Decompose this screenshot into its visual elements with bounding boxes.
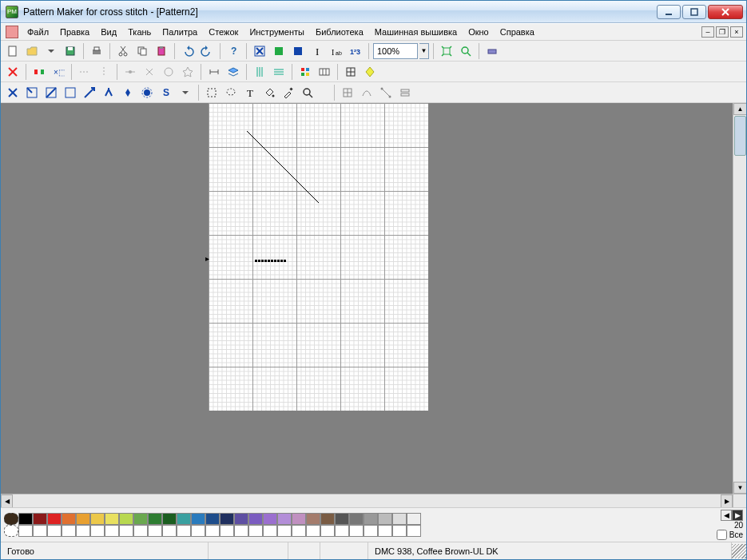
palette-swatch[interactable] — [335, 513, 349, 525]
palette-swatch[interactable] — [4, 513, 18, 525]
palette-swatch-empty[interactable] — [205, 525, 220, 537]
select-rect-tool[interactable] — [203, 84, 221, 101]
minimize-button[interactable] — [657, 5, 681, 19]
backstitch-diag-tool[interactable] — [42, 84, 60, 101]
palette-swatch-empty[interactable] — [162, 525, 177, 537]
palette-next[interactable]: ▶ — [732, 510, 743, 521]
palette-prev[interactable]: ◀ — [721, 510, 732, 521]
select-lasso-tool[interactable] — [222, 84, 240, 101]
zoom-actual-button[interactable] — [457, 42, 475, 60]
palette-swatch[interactable] — [105, 513, 119, 525]
mdi-close[interactable]: × — [730, 26, 743, 38]
palette-swatch-empty[interactable] — [148, 525, 162, 537]
vscroll-thumb[interactable] — [734, 116, 746, 156]
palette-swatch-empty[interactable] — [133, 525, 148, 537]
palette-swatch-empty[interactable] — [191, 525, 205, 537]
guide-v-button[interactable] — [95, 63, 113, 81]
menu-fabric[interactable]: Ткань — [122, 26, 157, 38]
new-button[interactable] — [4, 42, 22, 60]
palette-swatch[interactable] — [349, 513, 364, 525]
palette-swatch-empty[interactable] — [335, 525, 349, 537]
snap1-button[interactable] — [121, 63, 139, 81]
dim-button[interactable] — [205, 63, 223, 81]
close-button[interactable] — [708, 5, 743, 19]
palette-swatch-empty[interactable] — [33, 525, 47, 537]
zoom-tool[interactable] — [299, 84, 316, 101]
palette-swatch[interactable] — [392, 513, 407, 525]
palette-swatch[interactable] — [234, 513, 248, 525]
palette-swatch[interactable] — [162, 513, 177, 525]
zoom-input[interactable] — [373, 43, 418, 59]
grid-extra-tool[interactable] — [339, 84, 356, 101]
layers-extra-tool[interactable] — [396, 84, 414, 101]
palette-swatch[interactable] — [62, 513, 76, 525]
scroll-right-button[interactable]: ▶ — [721, 494, 733, 508]
palette-swatch[interactable] — [277, 513, 292, 525]
text-i-button[interactable]: I — [308, 42, 326, 60]
grid-h-button[interactable] — [270, 63, 288, 81]
clear-x-button[interactable] — [4, 63, 22, 81]
open-button[interactable] — [23, 42, 41, 60]
palette-swatch[interactable] — [292, 513, 306, 525]
text-tool[interactable]: T — [241, 84, 259, 101]
bead-tool[interactable] — [119, 84, 137, 101]
palette-swatch-empty[interactable] — [292, 525, 306, 537]
norm-button[interactable] — [483, 42, 501, 60]
palette-swatch-empty[interactable] — [76, 525, 90, 537]
diamond-button[interactable] — [361, 63, 379, 81]
palette-swatch[interactable] — [220, 513, 234, 525]
color-fg-button[interactable] — [270, 42, 288, 60]
layers-button[interactable] — [224, 63, 242, 81]
numbers-button[interactable]: 1²3 — [347, 42, 364, 60]
guide-h-button[interactable] — [76, 63, 93, 81]
palette-swatch-empty[interactable] — [263, 525, 277, 537]
canvas-viewport[interactable]: ▸ — [1, 103, 733, 494]
palette-swatch-empty[interactable] — [119, 525, 133, 537]
palette-swatch[interactable] — [119, 513, 133, 525]
zoom-dropdown[interactable]: ▼ — [419, 43, 429, 59]
palette-swatch[interactable] — [177, 513, 191, 525]
palette-swatch-empty[interactable] — [177, 525, 191, 537]
palette-swatch-empty[interactable] — [378, 525, 392, 537]
palette-swatch-empty[interactable] — [349, 525, 364, 537]
palette-all[interactable]: Все — [717, 530, 743, 540]
cross-stitch-tool[interactable] — [4, 84, 22, 101]
palette-swatch-empty[interactable] — [18, 525, 33, 537]
palette-swatch-empty[interactable] — [105, 525, 119, 537]
palette-swatch[interactable] — [306, 513, 320, 525]
palette-swatch[interactable] — [47, 513, 62, 525]
menu-view[interactable]: Вид — [95, 26, 122, 38]
eyedropper-tool[interactable] — [280, 84, 297, 101]
backstitch-tool[interactable] — [62, 84, 79, 101]
print-button[interactable] — [88, 42, 105, 60]
zoom-fit-button[interactable] — [438, 42, 455, 60]
palette-swatch[interactable] — [263, 513, 277, 525]
palette-swatch-empty[interactable] — [62, 525, 76, 537]
horizontal-scrollbar[interactable]: ◀ ▶ — [1, 494, 746, 507]
palette-swatch[interactable] — [205, 513, 220, 525]
copy-button[interactable] — [133, 42, 151, 60]
palette-swatch-empty[interactable] — [364, 525, 378, 537]
text-ins-button[interactable]: Iab — [328, 42, 345, 60]
scroll-down-button[interactable]: ▼ — [733, 482, 746, 494]
mdi-minimize[interactable]: – — [701, 26, 714, 38]
range-button[interactable] — [30, 63, 48, 81]
quarter-stitch-tool[interactable] — [81, 84, 98, 101]
half-stitch-tool[interactable] — [23, 84, 41, 101]
palette-swatch-empty[interactable] — [407, 525, 421, 537]
palette-swatch-empty[interactable] — [90, 525, 105, 537]
menu-library[interactable]: Библиотека — [310, 26, 369, 38]
menu-palette[interactable]: Палитра — [157, 26, 203, 38]
color-bg-button[interactable] — [289, 42, 307, 60]
vertical-scrollbar[interactable]: ▲ ▼ — [733, 103, 746, 494]
palette-swatch-empty[interactable] — [392, 525, 407, 537]
star-button[interactable] — [179, 63, 197, 81]
menu-stitch[interactable]: Стежок — [203, 26, 244, 38]
paste-button[interactable] — [153, 42, 170, 60]
palette-all-checkbox[interactable] — [717, 530, 727, 540]
path-extra-tool[interactable] — [377, 84, 395, 101]
palette-swatch-empty[interactable] — [234, 525, 248, 537]
palette-swatch-empty[interactable] — [220, 525, 234, 537]
special-stitch-tool[interactable] — [138, 84, 156, 101]
maximize-button[interactable] — [682, 5, 706, 19]
